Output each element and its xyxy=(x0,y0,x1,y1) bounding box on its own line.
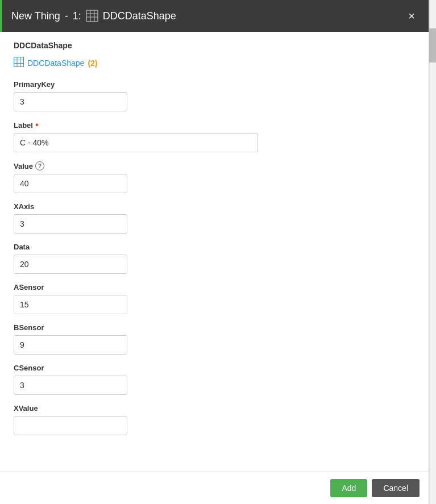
field-group-bsensor: BSensor xyxy=(14,323,415,355)
modal-dialog: New Thing - 1: DDCDataShape × DDCDa xyxy=(0,0,429,504)
datashape-link-icon xyxy=(14,57,24,69)
field-label-asensor: ASensor xyxy=(14,283,415,291)
field-label-text-xvalue: XValue xyxy=(14,404,38,413)
field-input-value[interactable] xyxy=(14,174,127,193)
datashape-link-label: DDCDataShape xyxy=(27,59,84,68)
field-label-csensor: CSensor xyxy=(14,364,415,372)
field-label-label: Label• xyxy=(14,120,415,130)
scrollbar[interactable] xyxy=(429,0,436,504)
field-input-csensor[interactable] xyxy=(14,376,127,395)
field-input-xvalue[interactable] xyxy=(14,416,127,435)
header-title: DDCDataShape xyxy=(103,10,176,22)
help-icon[interactable]: ? xyxy=(35,161,44,170)
field-label-text-data: Data xyxy=(14,243,30,251)
required-indicator: • xyxy=(35,120,39,130)
modal-overlay: New Thing - 1: DDCDataShape × DDCDa xyxy=(0,0,436,504)
field-group-primary-key: PrimaryKey xyxy=(14,80,415,111)
field-group-value: Value? xyxy=(14,161,415,193)
field-input-bsensor[interactable] xyxy=(14,335,127,355)
field-label-xaxis: XAxis xyxy=(14,202,415,211)
table-icon xyxy=(86,10,98,22)
field-label-text-primary-key: PrimaryKey xyxy=(14,80,55,89)
field-input-primary-key[interactable] xyxy=(14,92,127,111)
field-label-text-csensor: CSensor xyxy=(14,364,44,372)
add-button[interactable]: Add xyxy=(330,479,367,497)
field-input-asensor[interactable] xyxy=(14,295,127,314)
cancel-button[interactable]: Cancel xyxy=(372,479,420,497)
modal-body: DDCDataShape DDCDataShape (2) PrimaryKey… xyxy=(0,32,429,472)
field-label-text-asensor: ASensor xyxy=(14,283,44,291)
field-input-data[interactable] xyxy=(14,255,127,274)
datashape-badge: (2) xyxy=(88,59,97,68)
field-label-text-label: Label xyxy=(14,121,33,130)
field-label-value: Value? xyxy=(14,161,415,170)
fields-container: PrimaryKeyLabel•Value?XAxisDataASensorBS… xyxy=(14,80,415,435)
scrollbar-thumb[interactable] xyxy=(429,28,436,63)
header-separator: - xyxy=(65,10,68,22)
field-label-data: Data xyxy=(14,243,415,251)
field-group-label: Label• xyxy=(14,120,415,152)
field-group-xvalue: XValue xyxy=(14,404,415,435)
modal-footer: Add Cancel xyxy=(0,472,429,504)
field-group-data: Data xyxy=(14,243,415,274)
field-label-primary-key: PrimaryKey xyxy=(14,80,415,89)
field-label-xvalue: XValue xyxy=(14,404,415,413)
field-group-asensor: ASensor xyxy=(14,283,415,314)
svg-rect-0 xyxy=(86,10,98,22)
field-label-bsensor: BSensor xyxy=(14,323,415,332)
close-button[interactable]: × xyxy=(404,8,420,24)
svg-rect-5 xyxy=(14,57,24,67)
modal-header: New Thing - 1: DDCDataShape × xyxy=(0,0,429,32)
field-group-csensor: CSensor xyxy=(14,364,415,395)
header-number: 1: xyxy=(73,10,81,22)
datashape-link[interactable]: DDCDataShape (2) xyxy=(14,57,415,69)
field-label-text-bsensor: BSensor xyxy=(14,323,44,332)
section-title: DDCDataShape xyxy=(14,41,415,50)
field-input-xaxis[interactable] xyxy=(14,214,127,234)
modal-title: New Thing - 1: DDCDataShape xyxy=(11,10,404,22)
new-thing-label: New Thing xyxy=(11,10,60,22)
field-input-label[interactable] xyxy=(14,133,258,152)
field-label-text-value: Value xyxy=(14,162,33,170)
field-group-xaxis: XAxis xyxy=(14,202,415,234)
field-label-text-xaxis: XAxis xyxy=(14,202,34,211)
